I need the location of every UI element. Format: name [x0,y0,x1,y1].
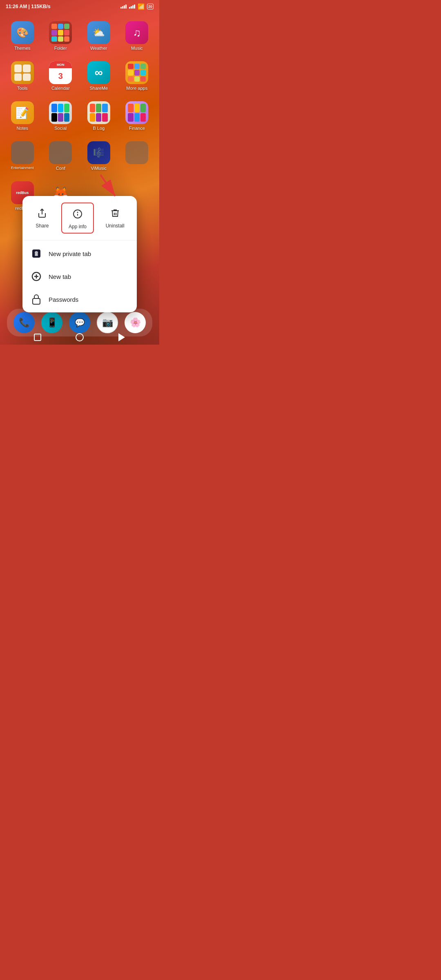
weather-label: Weather [90,46,107,51]
context-share-button[interactable]: Share [28,203,56,234]
tools-label: Tools [17,86,28,91]
context-appinfo-button[interactable]: App info [61,203,94,234]
recents-icon [34,334,41,341]
private-tab-label: New private tab [49,250,91,257]
finance-icon [125,101,148,124]
app-weather[interactable]: ⛅ Weather [80,18,118,54]
blog-icon [87,101,110,124]
signal-bars-2 [129,4,135,9]
rightfolder-icon [125,141,148,164]
moreapps-label: More apps [126,86,147,91]
finance-label: Finance [129,126,145,131]
nav-back-button[interactable] [116,332,127,343]
bar4 [125,4,127,9]
conf-label: Conf [56,166,65,171]
folder-grid [49,21,72,44]
app-vimusic[interactable]: 🎼 ViMusic [80,138,118,174]
app-grid-row4: Entertainment Conf 🎼 ViMusic [0,138,159,178]
bar1 [120,7,122,9]
signal-bars-1 [120,4,127,9]
blog-grid [87,101,110,124]
app-tools[interactable]: Tools [3,58,42,94]
app-blog[interactable]: B Log [80,98,118,134]
app-shareme[interactable]: ∞ ShareMe [80,58,118,94]
app-folder[interactable]: Folder [42,18,80,54]
shareme-icon: ∞ [87,61,110,84]
battery-level: 20 [148,4,152,9]
app-notes[interactable]: 📝 Notes [3,98,42,134]
home-icon [76,333,84,341]
entertainment-icon [11,141,34,164]
bar2 [131,6,132,9]
conf-icon [49,141,72,164]
themes-label: Themes [14,46,31,51]
new-tab-label: New tab [49,273,71,280]
shareme-label: ShareMe [89,86,108,91]
appinfo-label: App info [69,224,87,229]
themes-icon: 🎨 [11,21,34,44]
app-calendar[interactable]: MON 3 Calendar [42,58,80,94]
social-grid [49,101,72,124]
svg-point-7 [35,251,38,254]
private-tab-icon [31,248,42,259]
moreapps-icon [125,61,148,84]
battery-indicator: 20 [147,4,154,9]
context-menu-actions: Share App info Un [22,196,137,241]
bar1 [129,7,130,9]
bar3 [124,5,125,9]
wifi-icon: 📶 [138,3,145,10]
context-menu: Share App info Un [22,196,137,312]
app-grid-row1: 🎨 Themes Folder ⛅ Weather ♫ Music [0,11,159,58]
weather-icon: ⛅ [87,21,110,44]
bar2 [122,6,123,9]
app-conf[interactable]: Conf [42,138,80,174]
context-uninstall-button[interactable]: Uninstall [99,203,131,234]
nav-recents-button[interactable] [32,332,43,343]
entertainment-label: Entertainment [11,166,34,170]
app-grid-row2: Tools MON 3 Calendar ∞ ShareMe [0,58,159,98]
app-music[interactable]: ♫ Music [118,18,156,54]
passwords-icon [31,294,42,305]
music-label: Music [131,46,143,51]
status-left: 11:26 AM | 115KB/s [6,4,51,9]
share-label: Share [36,223,49,229]
app-social[interactable]: Social [42,98,80,134]
context-menu-items: New private tab New tab Passwords [22,241,137,312]
tools-icon [11,61,34,84]
app-moreapps[interactable]: More apps [118,58,156,94]
folder-label: Folder [54,46,67,51]
bar3 [132,5,134,9]
calendar-icon: MON 3 [49,61,72,84]
new-tab-item[interactable]: New tab [22,265,137,288]
status-bar: 11:26 AM | 115KB/s 📶 20 [0,0,159,11]
nav-home-button[interactable] [74,332,85,343]
status-right: 📶 20 [120,3,154,10]
vimusic-icon: 🎼 [87,141,110,164]
folder-icon [49,21,72,44]
app-grid-row3: 📝 Notes Social B Lo [0,98,159,138]
time-text: 11:26 AM | 115KB/s [6,4,51,9]
notes-label: Notes [16,126,28,131]
app-themes[interactable]: 🎨 Themes [3,18,42,54]
blog-label: B Log [93,126,105,131]
notes-icon: 📝 [11,101,34,124]
social-label: Social [54,126,67,131]
finance-grid [125,101,148,124]
app-rightfolder[interactable] [118,138,156,174]
calendar-label: Calendar [51,86,70,91]
new-tab-icon [31,271,42,282]
appinfo-icon [70,207,85,221]
music-icon: ♫ [125,21,148,44]
uninstall-icon [108,206,122,220]
svg-rect-8 [35,254,38,256]
app-finance[interactable]: Finance [118,98,156,134]
app-entertainment[interactable]: Entertainment [3,138,42,174]
uninstall-label: Uninstall [106,223,125,229]
new-private-tab-item[interactable]: New private tab [22,242,137,265]
share-icon [35,206,49,220]
nav-bar [0,330,159,345]
passwords-label: Passwords [49,296,78,303]
bar4 [134,4,135,9]
passwords-item[interactable]: Passwords [22,288,137,311]
svg-rect-12 [33,298,40,304]
